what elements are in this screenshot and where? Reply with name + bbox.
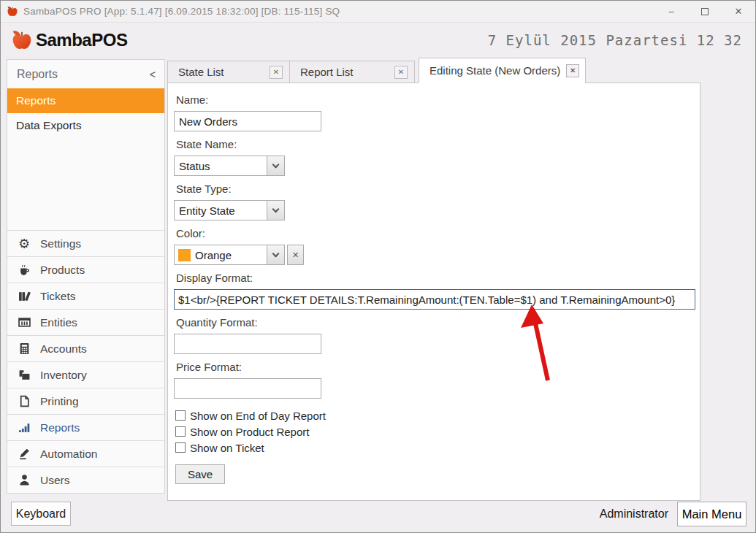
menu-item-accounts[interactable]: Accounts <box>7 335 164 361</box>
show-on-end-of-day-report-checkbox[interactable] <box>175 410 186 421</box>
checkbox-row: Show on Ticket <box>175 440 694 456</box>
pencil-icon <box>16 448 32 460</box>
logged-in-user: Administrator <box>600 507 668 521</box>
name-input[interactable] <box>174 111 321 131</box>
brand: SambaPOS <box>11 29 127 51</box>
sambapos-window: { "window": { "title": "SambaPOS PRO [Ap… <box>0 0 756 533</box>
document-icon <box>16 395 32 407</box>
boxes-icon <box>16 369 32 381</box>
menu-item-products[interactable]: Products <box>7 256 164 283</box>
menu-item-inventory[interactable]: Inventory <box>7 361 164 388</box>
sambapos-logo-icon <box>11 29 33 51</box>
color-swatch <box>178 249 191 261</box>
gear-icon: ⚙ <box>16 237 32 250</box>
menu-item-printing[interactable]: Printing <box>7 388 164 414</box>
tab-state-list[interactable]: State List ✕ <box>167 61 290 83</box>
tab-editing-state[interactable]: Editing State (New Orders) ✕ <box>419 58 586 83</box>
sidebar-header: Reports < <box>7 60 164 88</box>
menu-item-users[interactable]: Users <box>7 467 164 493</box>
close-icon[interactable]: ✕ <box>270 66 283 79</box>
price-format-input[interactable] <box>174 378 321 399</box>
menu-item-automation[interactable]: Automation <box>7 440 164 467</box>
app-header: SambaPOS 7 Eylül 2015 Pazartesi 12 32 <box>1 23 755 58</box>
table-icon <box>16 316 32 329</box>
checkbox-row: Show on End of Day Report <box>175 407 694 423</box>
bar-chart-icon <box>16 421 32 434</box>
collapse-icon[interactable]: < <box>150 69 156 80</box>
minimize-button[interactable]: – <box>654 1 688 22</box>
menu-item-settings[interactable]: ⚙ Settings <box>7 230 164 256</box>
color-select[interactable]: Orange <box>174 245 285 265</box>
sidebar-title: Reports <box>17 68 58 81</box>
window-title: SambaPOS PRO [App: 5.1.47] [6.09.2015 18… <box>23 6 340 17</box>
coffee-cup-icon <box>16 264 32 276</box>
quantity-format-label: Quantity Format: <box>176 316 694 329</box>
sidebar-item-reports[interactable]: Reports <box>7 88 164 113</box>
app-icon <box>7 6 18 18</box>
display-format-label: Display Format: <box>176 272 694 284</box>
show-on-product-report-checkbox[interactable] <box>175 426 186 437</box>
checkbox-row: Show on Product Report <box>175 423 694 440</box>
main-menu-button[interactable]: Main Menu <box>677 502 747 526</box>
keyboard-button[interactable]: Keyboard <box>11 502 71 526</box>
chevron-down-icon[interactable] <box>267 201 284 220</box>
sidebar-item-data-exports[interactable]: Data Exports <box>7 113 164 138</box>
clock-datetime: 7 Eylül 2015 Pazartesi 12 32 <box>488 32 745 48</box>
name-label: Name: <box>176 93 694 106</box>
state-type-select[interactable]: Entity State <box>174 200 285 221</box>
sidebar-menu: ⚙ Settings Products Tickets Entities A <box>7 230 164 493</box>
price-format-label: Price Format: <box>176 361 694 373</box>
quantity-format-input[interactable] <box>174 334 321 354</box>
clear-color-button[interactable]: ✕ <box>287 245 304 265</box>
save-button[interactable]: Save <box>175 464 225 484</box>
state-type-label: State Type: <box>176 183 694 195</box>
maximize-icon <box>701 8 709 15</box>
chevron-down-icon[interactable] <box>267 156 284 175</box>
color-label: Color: <box>176 227 694 239</box>
editing-state-panel: Name: State Name: Status State Type: Ent… <box>167 83 700 501</box>
display-format-input[interactable] <box>174 289 695 310</box>
close-icon[interactable]: ✕ <box>394 66 408 79</box>
chevron-down-icon[interactable] <box>267 245 284 264</box>
close-icon[interactable]: ✕ <box>566 64 579 77</box>
books-icon <box>16 290 32 302</box>
footer-bar: Keyboard Administrator Main Menu <box>1 499 755 532</box>
calculator-icon <box>16 342 32 355</box>
menu-item-reports[interactable]: Reports <box>7 414 164 440</box>
brand-name: SambaPOS <box>36 30 127 50</box>
titlebar: SambaPOS PRO [App: 5.1.47] [6.09.2015 18… <box>1 1 755 23</box>
state-name-select[interactable]: Status <box>174 156 285 176</box>
tab-report-list[interactable]: Report List ✕ <box>289 61 415 83</box>
close-button[interactable]: ✕ <box>722 1 755 22</box>
state-name-label: State Name: <box>176 138 694 150</box>
show-on-ticket-checkbox[interactable] <box>175 442 186 453</box>
user-icon <box>16 474 32 486</box>
menu-item-tickets[interactable]: Tickets <box>7 283 164 309</box>
sidebar: Reports < Reports Data Exports ⚙ Setting… <box>7 59 165 494</box>
maximize-button[interactable] <box>688 1 722 22</box>
menu-item-entities[interactable]: Entities <box>7 309 164 335</box>
tab-bar: State List ✕ Report List ✕ Editing State… <box>167 58 699 83</box>
